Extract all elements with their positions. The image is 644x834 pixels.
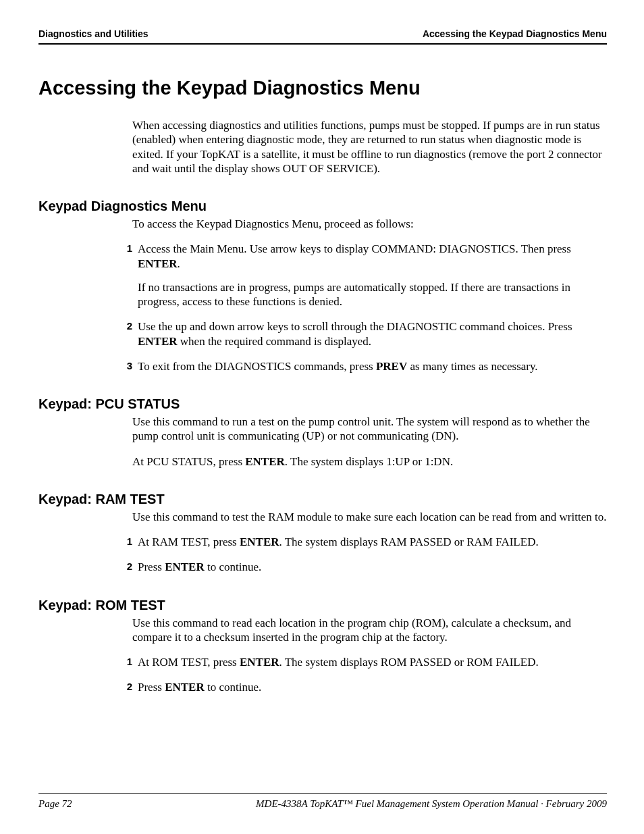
kdm-lead: To access the Keypad Diagnostics Menu, p… — [132, 217, 607, 231]
text: as many times as necessary. — [407, 360, 537, 373]
ram-lead: Use this command to test the RAM module … — [132, 510, 607, 524]
footer-doc-title: MDE-4338A TopKAT™ Fuel Management System… — [256, 798, 607, 810]
list-content: At ROM TEST, press ENTER. The system dis… — [138, 655, 607, 669]
pcu-block: Use this command to run a test on the pu… — [132, 415, 607, 469]
text: Press — [138, 681, 165, 694]
list-item: 3 To exit from the DIAGNOSTICS commands,… — [132, 359, 607, 373]
text: . The system displays RAM PASSED or RAM … — [279, 536, 539, 548]
list-item: 1 Access the Main Menu. Use arrow keys t… — [132, 242, 607, 309]
running-header: Diagnostics and Utilities Accessing the … — [38, 28, 607, 45]
rom-lead: Use this command to read each location i… — [132, 616, 607, 645]
text: To exit from the DIAGNOSTICS commands, p… — [138, 360, 376, 373]
heading-kdm: Keypad Diagnostics Menu — [38, 199, 607, 214]
heading-ram: Keypad: RAM TEST — [38, 492, 607, 507]
page-title: Accessing the Keypad Diagnostics Menu — [38, 77, 607, 99]
list-item: 1 At ROM TEST, press ENTER. The system d… — [132, 655, 607, 669]
text: to continue. — [205, 561, 262, 573]
key-enter: ENTER — [138, 335, 178, 348]
list-content: At RAM TEST, press ENTER. The system dis… — [138, 535, 607, 549]
list-content: Press ENTER to continue. — [138, 560, 607, 574]
list-content: Use the up and down arrow keys to scroll… — [138, 319, 607, 348]
key-enter: ENTER — [165, 561, 205, 573]
ram-block: Use this command to test the RAM module … — [132, 510, 607, 575]
key-enter: ENTER — [138, 257, 178, 270]
text: . The system displays ROM PASSED or ROM … — [279, 656, 539, 669]
kdm-block: To access the Keypad Diagnostics Menu, p… — [132, 217, 607, 373]
list-item: 2 Use the up and down arrow keys to scro… — [132, 319, 607, 348]
header-left: Diagnostics and Utilities — [38, 28, 149, 39]
page: Diagnostics and Utilities Accessing the … — [0, 0, 644, 834]
text: At PCU STATUS, press — [132, 455, 245, 468]
heading-rom: Keypad: ROM TEST — [38, 598, 607, 613]
text: At RAM TEST, press — [138, 536, 240, 548]
key-enter: ENTER — [165, 681, 205, 694]
header-right: Accessing the Keypad Diagnostics Menu — [423, 28, 607, 39]
intro-block: When accessing diagnostics and utilities… — [132, 118, 607, 176]
list-item: 2 Press ENTER to continue. — [132, 680, 607, 694]
list-number: 1 — [115, 655, 138, 669]
rom-block: Use this command to read each location i… — [132, 616, 607, 695]
list-item: 2 Press ENTER to continue. — [132, 560, 607, 574]
text: to continue. — [205, 681, 262, 694]
text: Access the Main Menu. Use arrow keys to … — [138, 242, 571, 255]
pcu-p1: Use this command to run a test on the pu… — [132, 415, 607, 444]
pcu-p2: At PCU STATUS, press ENTER. The system d… — [132, 454, 607, 469]
heading-pcu: Keypad: PCU STATUS — [38, 396, 607, 412]
list-content: Access the Main Menu. Use arrow keys to … — [138, 242, 607, 309]
key-enter: ENTER — [240, 656, 279, 669]
text: when the required command is displayed. — [178, 335, 372, 348]
list-content: Press ENTER to continue. — [138, 680, 607, 694]
list-number: 2 — [115, 560, 138, 573]
text: Press — [138, 561, 165, 573]
key-enter: ENTER — [245, 455, 285, 468]
text: At ROM TEST, press — [138, 656, 240, 669]
page-footer: Page 72 MDE-4338A TopKAT™ Fuel Managemen… — [38, 793, 607, 810]
list-number: 1 — [115, 535, 138, 548]
text: Use the up and down arrow keys to scroll… — [138, 320, 572, 333]
intro-paragraph: When accessing diagnostics and utilities… — [132, 118, 607, 176]
footer-page-number: Page 72 — [38, 798, 72, 810]
list-extra-paragraph: If no transactions are in progress, pump… — [138, 280, 607, 309]
key-enter: ENTER — [240, 536, 279, 548]
list-number: 3 — [115, 359, 138, 373]
list-number: 2 — [115, 319, 138, 333]
text: . — [178, 257, 180, 270]
list-number: 2 — [115, 680, 138, 694]
list-number: 1 — [115, 242, 138, 255]
list-item: 1 At RAM TEST, press ENTER. The system d… — [132, 535, 607, 549]
list-content: To exit from the DIAGNOSTICS commands, p… — [138, 359, 607, 373]
key-prev: PREV — [376, 360, 407, 373]
text: . The system displays 1:UP or 1:DN. — [285, 455, 453, 468]
